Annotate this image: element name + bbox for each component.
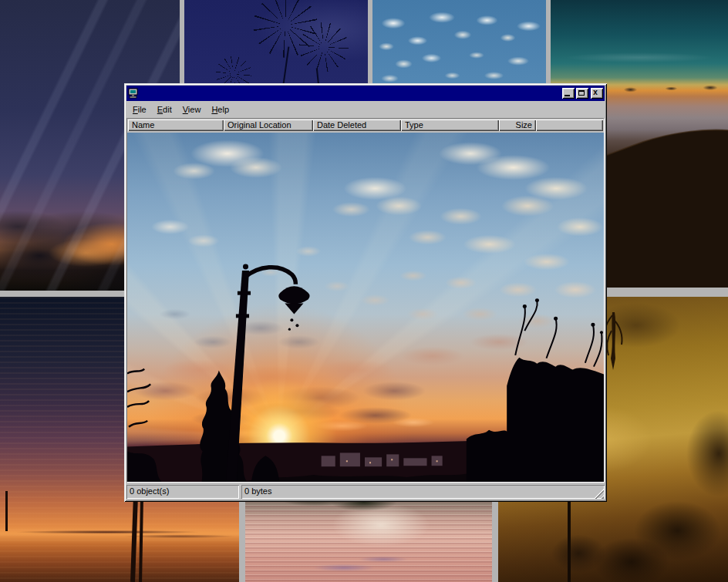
status-bytes-count: 0 bytes [241, 485, 605, 499]
column-header-filler [536, 119, 603, 131]
menu-help[interactable]: Help [206, 103, 234, 116]
sunset-photo[interactable] [127, 133, 604, 482]
close-button[interactable]: x [591, 88, 603, 99]
menu-bar: File Edit View Help [126, 101, 605, 117]
recycle-bin-window: x File Edit View Help Name Original Loca… [124, 83, 607, 502]
menu-file[interactable]: File [127, 103, 152, 116]
desktop-wallpaper: x File Edit View Help Name Original Loca… [0, 0, 728, 582]
close-icon: x [593, 89, 598, 97]
menu-edit[interactable]: Edit [152, 103, 177, 116]
window-titlebar[interactable]: x [126, 86, 605, 101]
column-header-original-location[interactable]: Original Location [224, 119, 313, 131]
sea-pole-silhouette [130, 496, 138, 582]
column-header-row: Name Original Location Date Deleted Type… [127, 119, 604, 133]
column-header-date-deleted[interactable]: Date Deleted [313, 119, 401, 131]
status-bar: 0 object(s) 0 bytes [126, 484, 605, 500]
computer-icon [128, 88, 139, 99]
maximize-icon [578, 90, 585, 96]
maximize-button[interactable] [576, 88, 588, 99]
sea-pole-silhouette [5, 491, 8, 531]
silhouettes-layer [127, 133, 604, 482]
minimize-button[interactable] [562, 88, 575, 99]
status-objects-count: 0 object(s) [126, 485, 239, 499]
column-header-type[interactable]: Type [401, 119, 499, 131]
column-header-name[interactable]: Name [128, 119, 224, 131]
menu-view[interactable]: View [177, 103, 207, 116]
minimize-icon [565, 95, 570, 96]
list-view-area[interactable]: Name Original Location Date Deleted Type… [126, 118, 605, 483]
column-header-size[interactable]: Size [499, 119, 536, 131]
sea-pole-silhouette [139, 500, 143, 582]
